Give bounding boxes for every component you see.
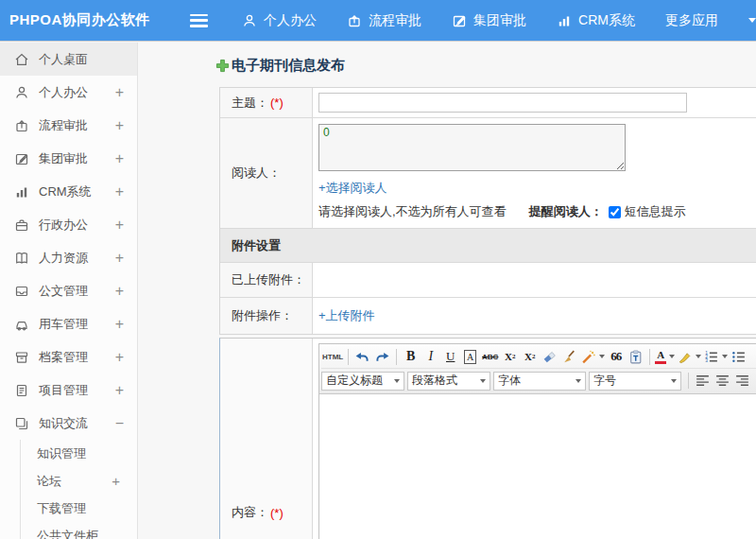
bold-button[interactable]: B	[401, 347, 421, 367]
uploaded-attachments-value	[313, 263, 756, 297]
readers-label: 阅读人：	[220, 118, 313, 228]
ordered-list-icon: 123	[703, 349, 719, 365]
uploaded-attachments-label: 已上传附件：	[220, 263, 313, 297]
caret-down-icon	[748, 18, 756, 23]
italic-button[interactable]: I	[421, 347, 440, 367]
sidebar-subitem-public-file-cabinet[interactable]: 公共文件柜	[21, 522, 137, 539]
archive-icon	[14, 350, 29, 365]
expand-plus-icon[interactable]: +	[115, 184, 124, 200]
expand-plus-icon[interactable]: +	[115, 151, 124, 166]
sidebar-item-workflow-approval[interactable]: 流程审批 +	[0, 109, 137, 142]
blockquote-button[interactable]: 66	[606, 347, 626, 367]
sidebar-item-group-approval[interactable]: 集团审批 +	[0, 142, 137, 175]
nav-group-approval[interactable]: 集团审批	[452, 12, 526, 29]
format-brush-button[interactable]	[559, 347, 579, 367]
sidebar-item-label: 档案管理	[39, 349, 88, 366]
nav-personal-office[interactable]: 个人办公	[242, 12, 317, 29]
expand-plus-icon[interactable]: +	[115, 217, 124, 233]
sidebar-subitem-knowledge-management[interactable]: 知识管理	[21, 440, 137, 467]
required-mark: (*)	[270, 506, 284, 520]
sidebar-subitem-label: 知识管理	[37, 445, 86, 462]
align-right-button[interactable]	[732, 371, 752, 391]
font-size-select[interactable]: 字号	[589, 372, 681, 391]
car-icon	[14, 317, 29, 332]
expand-plus-icon[interactable]: +	[115, 118, 124, 133]
readers-textarea[interactable]: 0	[318, 124, 626, 171]
expand-plus-icon[interactable]: +	[115, 350, 124, 365]
font-border-button[interactable]: A	[460, 347, 480, 367]
paragraph-format-select[interactable]: 段落格式	[407, 372, 490, 391]
heading-select[interactable]: 自定义标题	[321, 372, 404, 391]
page-title: 电子期刊信息发布	[215, 57, 756, 75]
superscript-button[interactable]: X2	[500, 347, 520, 367]
editor-toolbar: HTML B I U A ABC X2	[319, 344, 756, 394]
subscript-button[interactable]: X2	[520, 347, 540, 367]
auto-typeset-button[interactable]	[579, 347, 606, 367]
align-center-button[interactable]	[713, 371, 732, 391]
attachment-operation-row: 附件操作： +上传附件	[220, 298, 756, 334]
sidebar-subitem-download-management[interactable]: 下载管理	[21, 495, 137, 522]
expand-plus-icon[interactable]: +	[115, 284, 124, 299]
workflow-icon	[14, 118, 29, 133]
briefcase-icon	[14, 217, 29, 233]
caret-down-icon	[722, 355, 728, 358]
nav-label: 更多应用	[665, 12, 718, 29]
expand-plus-icon[interactable]: +	[115, 85, 124, 100]
readers-hint-text: 请选择阅读人,不选为所有人可查看	[318, 203, 507, 220]
font-family-select[interactable]: 字体	[493, 372, 586, 391]
nav-workflow-approval[interactable]: 流程审批	[347, 12, 421, 29]
sidebar-item-human-resources[interactable]: 人力资源 +	[0, 241, 137, 274]
sidebar-item-knowledge-exchange[interactable]: 知识交流 −	[0, 407, 137, 440]
nav-label: CRM系统	[578, 12, 635, 29]
caret-down-icon	[576, 379, 581, 383]
sidebar-item-vehicle-management[interactable]: 用车管理 +	[0, 307, 137, 340]
required-mark: (*)	[270, 96, 284, 110]
highlighter-icon	[677, 349, 693, 365]
strikethrough-button[interactable]: ABC	[480, 347, 500, 367]
expand-plus-icon[interactable]: +	[112, 474, 120, 488]
page-title-text: 电子期刊信息发布	[232, 57, 345, 75]
align-center-icon	[714, 373, 730, 389]
sidebar-item-admin-office[interactable]: 行政办公 +	[0, 208, 137, 241]
hamburger-menu-icon[interactable]	[190, 14, 208, 27]
app-header: PHPOA协同办公软件 个人办公 流程审批 集团审批 CRM系统 更多应用	[0, 0, 756, 42]
expand-plus-icon[interactable]: +	[115, 383, 124, 398]
sidebar-subitem-forum[interactable]: 论坛 +	[21, 467, 137, 495]
sidebar-item-project-management[interactable]: 项目管理 +	[0, 374, 137, 407]
sidebar-item-label: CRM系统	[39, 183, 92, 200]
attachment-section-header: 附件设置	[220, 229, 756, 262]
expand-plus-icon[interactable]: +	[115, 317, 124, 332]
eraser-button[interactable]	[540, 347, 559, 367]
sidebar-item-document-management[interactable]: 公文管理 +	[0, 274, 137, 307]
redo-button[interactable]	[372, 347, 392, 367]
undo-button[interactable]	[352, 347, 372, 367]
nav-more-apps[interactable]: 更多应用	[665, 12, 718, 29]
uploaded-attachments-row: 已上传附件：	[220, 262, 756, 298]
unordered-list-button[interactable]	[729, 347, 748, 367]
clipboard-icon	[14, 383, 29, 398]
readers-row: 阅读人： 0 +选择阅读人 请选择阅读人,不选为所有人可查看 提醒阅读人： 短信…	[220, 118, 756, 229]
highlight-color-button[interactable]	[676, 347, 702, 367]
align-justify-button[interactable]	[752, 371, 756, 391]
sidebar-item-crm-system[interactable]: CRM系统 +	[0, 175, 137, 208]
collapse-minus-icon[interactable]: −	[115, 416, 124, 431]
sms-notify-checkbox[interactable]	[609, 206, 621, 218]
upload-attachment-link[interactable]: +上传附件	[318, 307, 375, 324]
sidebar-item-personal-desktop[interactable]: 个人桌面	[0, 43, 137, 76]
sidebar-item-personal-office[interactable]: 个人办公 +	[0, 76, 137, 109]
more-apps-dropdown-toggle[interactable]	[748, 18, 756, 23]
knowledge-exchange-submenu: 知识管理 论坛 + 下载管理 公共文件柜	[20, 440, 137, 539]
nav-crm-system[interactable]: CRM系统	[557, 12, 635, 29]
expand-plus-icon[interactable]: +	[115, 251, 124, 266]
select-readers-link[interactable]: +选择阅读人	[318, 181, 387, 195]
html-source-button[interactable]: HTML	[321, 347, 344, 367]
user-icon	[242, 13, 257, 28]
editor-content-area[interactable]	[319, 394, 756, 539]
sidebar-item-archive-management[interactable]: 档案管理 +	[0, 340, 137, 374]
ordered-list-button[interactable]: 123	[702, 347, 729, 367]
font-color-button[interactable]: A	[654, 347, 676, 367]
paste-as-text-button[interactable]	[626, 347, 645, 367]
subject-input[interactable]	[318, 93, 687, 113]
underline-button[interactable]: U	[440, 347, 460, 367]
align-left-button[interactable]	[693, 371, 713, 391]
